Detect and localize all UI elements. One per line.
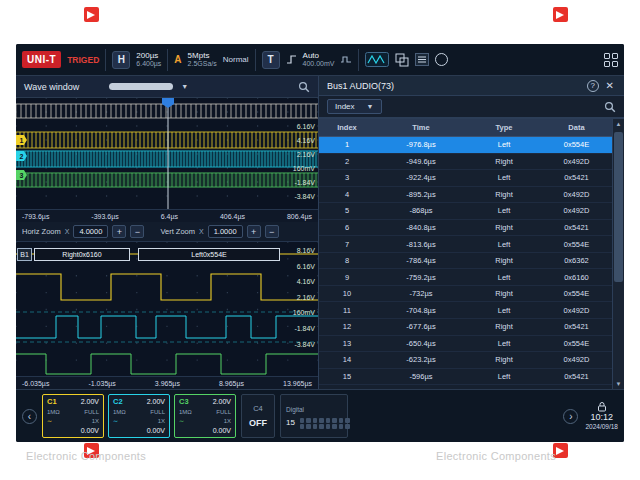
search-icon[interactable] xyxy=(298,81,310,93)
divider xyxy=(105,49,106,71)
trigger-mode-value: Auto xyxy=(303,51,335,61)
table-row[interactable]: 7-813.6µsLeft0x554E xyxy=(319,236,612,253)
digital-label: Digital xyxy=(286,406,304,413)
wave-view-zoom[interactable]: B1 Right0x6160 Left0x554E 8.16V6.16V4.16… xyxy=(16,242,318,377)
table-cell: Left xyxy=(467,339,541,348)
digital-channels-box[interactable]: Digital 15 xyxy=(280,394,348,438)
table-cell: 0x5421 xyxy=(541,223,612,232)
table-cell: 15 xyxy=(319,372,375,381)
axis-label: 806.4µs xyxy=(287,213,312,220)
tme-logo xyxy=(553,7,568,22)
trigger-settings[interactable]: Auto 400.00mV xyxy=(303,51,335,69)
chevron-down-icon[interactable]: ▼ xyxy=(181,83,188,90)
circle-icon[interactable] xyxy=(435,53,448,66)
rising-edge-icon xyxy=(286,54,297,65)
wave-column: Wave window ▼ xyxy=(16,76,318,389)
table-row[interactable]: 12-677.6µsRight0x5421 xyxy=(319,319,612,336)
waveform-canvas-upper xyxy=(16,98,318,210)
table-cell: 0x6362 xyxy=(541,256,612,265)
horiz-zoom-label: Horiz Zoom xyxy=(22,227,61,236)
vert-zoom-in-button[interactable]: + xyxy=(247,225,261,238)
table-cell: 0x492D xyxy=(541,306,612,315)
column-header[interactable]: Time xyxy=(375,123,467,132)
decode-box-left: Left0x554E xyxy=(138,248,280,261)
table-row[interactable]: 13-650.4µsLeft0x554E xyxy=(319,336,612,353)
uni-t-logo: UNI-T xyxy=(22,51,61,68)
clock-area: 10:12 2024/09/18 xyxy=(585,401,618,431)
vert-zoom-out-button[interactable]: − xyxy=(265,225,279,238)
channel-name: C1 xyxy=(47,398,57,406)
sample-rate-value: 2.5GSa/s xyxy=(188,60,217,68)
index-select[interactable]: Index ▼ xyxy=(327,99,382,114)
scrollbar-thumb[interactable] xyxy=(614,132,623,282)
table-row[interactable]: 6-840.8µsRight0x5421 xyxy=(319,220,612,237)
oscilloscope-screen: UNI-T TRIGED H 200µs 6.400µs A 5Mpts 2.5… xyxy=(16,44,624,442)
horizontal-menu-button[interactable]: H xyxy=(112,51,130,69)
table-cell: -704.8µs xyxy=(375,306,467,315)
waveform-canvas-zoom xyxy=(16,242,318,377)
channel-box-c2[interactable]: C22.00V1MΩFULL∼1X0.00V xyxy=(108,394,170,438)
acquire-menu-button[interactable]: A xyxy=(174,54,181,65)
scroll-up-icon[interactable]: ▲ xyxy=(616,121,622,127)
wave-scroll-slider[interactable] xyxy=(109,83,173,90)
table-cell: 10 xyxy=(319,289,375,298)
column-header[interactable]: Index xyxy=(319,123,375,132)
table-row[interactable]: 9-759.2µsLeft0x6160 xyxy=(319,269,612,286)
waveform-preview-icon[interactable] xyxy=(365,52,389,67)
horiz-zoom-value[interactable]: 4.0000 xyxy=(73,225,108,238)
table-row[interactable]: 10-732µsRight0x554E xyxy=(319,286,612,303)
table-row[interactable]: 4-895.2µsRight0x492D xyxy=(319,187,612,204)
horiz-zoom-in-button[interactable]: + xyxy=(112,225,126,238)
table-cell: -596µs xyxy=(375,372,467,381)
trigger-status: TRIGED xyxy=(67,55,99,65)
scroll-down-icon[interactable]: ▼ xyxy=(616,381,622,387)
list-icon[interactable] xyxy=(415,53,429,66)
table-row[interactable]: 15-596µsLeft0x5421 xyxy=(319,369,612,386)
table-row[interactable]: 2-949.6µsRight0x492D xyxy=(319,154,612,171)
table-cell: 0x6160 xyxy=(541,273,612,282)
chevron-right-icon[interactable]: › xyxy=(563,409,578,424)
column-header[interactable]: Data xyxy=(541,123,612,132)
channel-box-c1[interactable]: C12.00V1MΩFULL∼1X0.00V xyxy=(42,394,104,438)
column-header[interactable]: Type xyxy=(467,123,541,132)
chevron-left-icon[interactable]: ‹ xyxy=(22,409,37,424)
table-cell: 0x5421 xyxy=(541,322,612,331)
horiz-zoom-out-button[interactable]: − xyxy=(130,225,144,238)
search-icon[interactable] xyxy=(604,101,616,113)
table-row[interactable]: 1-976.8µsLeft0x554E xyxy=(319,137,612,154)
table-cell: Left xyxy=(467,140,541,149)
bus-table-body: 1-976.8µsLeft0x554E2-949.6µsRight0x492D3… xyxy=(319,137,612,385)
vert-zoom-value[interactable]: 1.0000 xyxy=(208,225,243,238)
channel-bandwidth: FULL xyxy=(150,409,165,415)
table-row[interactable]: 8-786.4µsRight0x6362 xyxy=(319,253,612,270)
table-row[interactable]: 14-623.2µsRight0x492D xyxy=(319,352,612,369)
channel-bandwidth: FULL xyxy=(216,409,231,415)
table-row[interactable]: 5-868µsLeft0x492D xyxy=(319,203,612,220)
window-layout-icon[interactable] xyxy=(604,53,618,67)
channel-scale: 2.00V xyxy=(147,398,165,405)
table-row[interactable]: 11-704.8µsLeft0x492D xyxy=(319,302,612,319)
digital-channel-grid xyxy=(300,418,351,429)
close-button[interactable]: ✕ xyxy=(604,80,616,91)
horizontal-settings[interactable]: 200µs 6.400µs xyxy=(136,51,161,69)
axis-label: 3.965µs xyxy=(155,380,180,387)
table-cell: 6 xyxy=(319,223,375,232)
table-cell: Left xyxy=(467,173,541,182)
acquire-settings[interactable]: 5Mpts 2.5GSa/s xyxy=(188,51,217,69)
channel-box-c4[interactable]: C4 OFF xyxy=(241,394,275,438)
table-cell: -922.4µs xyxy=(375,173,467,182)
help-button[interactable]: ? xyxy=(587,80,599,92)
channel-box-c3[interactable]: C32.00V1MΩFULL∼1X0.00V xyxy=(174,394,236,438)
xy-display-icon[interactable] xyxy=(395,53,409,67)
table-row[interactable]: 3-922.4µsLeft0x5421 xyxy=(319,170,612,187)
divider xyxy=(167,49,168,71)
horiz-zoom-x: X xyxy=(65,228,70,235)
divider xyxy=(358,49,359,71)
trigger-menu-button[interactable]: T xyxy=(262,51,280,69)
watermark-text: Electronic Components xyxy=(26,450,146,462)
panel-header: Bus1 AUDIO(73) ? ✕ xyxy=(319,76,624,96)
wave-view-upper[interactable]: 123 6.16V4.16V2.16V160mV-1.84V-3.84V xyxy=(16,98,318,210)
table-cell: -677.6µs xyxy=(375,322,467,331)
table-cell: Right xyxy=(467,223,541,232)
table-cell: -868µs xyxy=(375,206,467,215)
